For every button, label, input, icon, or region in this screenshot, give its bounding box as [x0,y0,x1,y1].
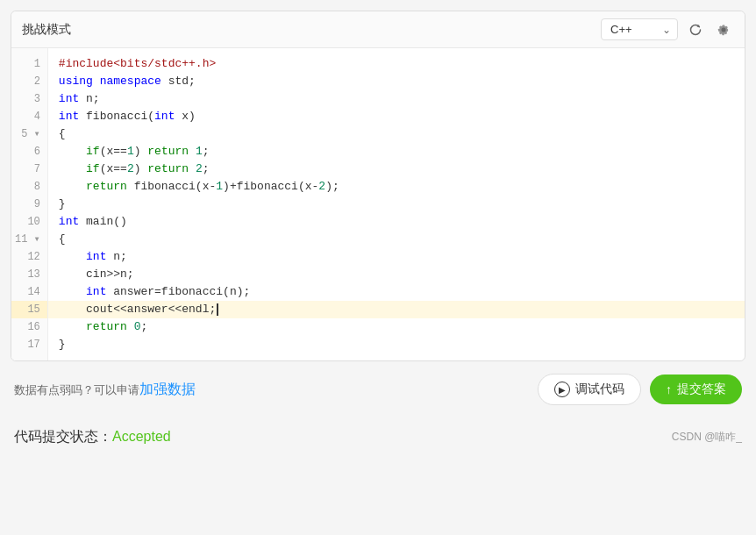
toolbar-title: 挑战模式 [22,22,71,38]
line-num-7: 7 [11,160,47,178]
line-num-10: 10 [11,213,47,231]
submit-button[interactable]: ↑ 提交答案 [650,374,742,404]
code-line-13: cin>>n; [59,266,734,283]
editor-toolbar: 挑战模式 C++ C Java Python Python3 ⌄ [11,11,745,48]
code-line-10: int main() [59,213,734,231]
line-num-4: 4 [11,108,47,125]
gear-icon [717,23,731,37]
code-line-4: int fibonacci(int x) [59,108,734,125]
code-content[interactable]: #include<bits/stdc++.h> using namespace … [48,48,745,360]
code-line-6: if(x==1) return 1; [59,143,734,160]
refresh-icon [688,23,703,37]
submit-label: 提交答案 [677,382,726,397]
code-line-12: int n; [59,248,734,266]
code-line-9: } [59,196,734,213]
line-num-9: 9 [11,196,47,213]
status-bar: 代码提交状态：Accepted CSDN @喵咋_ [11,421,745,453]
language-select[interactable]: C++ C Java Python Python3 [601,18,678,40]
line-num-2: 2 [11,73,47,90]
status-value: Accepted [112,429,171,444]
bottom-bar: 数据有点弱吗？可以申请加强数据 ▶ 调试代码 ↑ 提交答案 [11,368,745,410]
line-numbers: 1 2 3 4 5 ▾ 6 7 8 9 10 11 ▾ 12 13 14 15 … [11,48,48,360]
play-circle-icon: ▶ [554,382,570,397]
weak-data-text: 数据有点弱吗？可以申请 [14,383,139,396]
line-num-17: 17 [11,336,47,353]
line-num-8: 8 [11,178,47,196]
code-line-2: using namespace std; [59,73,734,90]
code-line-15: cout<<answer<<endl; [48,301,745,318]
line-num-1: 1 [11,55,47,73]
language-select-wrapper: C++ C Java Python Python3 ⌄ [601,18,678,40]
code-line-3: int n; [59,90,734,108]
refresh-button[interactable] [685,19,706,40]
weak-data-notice: 数据有点弱吗？可以申请加强数据 [14,381,196,399]
main-container: 挑战模式 C++ C Java Python Python3 ⌄ [0,0,756,535]
code-line-16: return 0; [59,318,734,336]
code-editor: 1 2 3 4 5 ▾ 6 7 8 9 10 11 ▾ 12 13 14 15 … [11,48,745,360]
line-num-16: 16 [11,318,47,336]
code-line-11: { [59,231,734,248]
code-line-1: #include<bits/stdc++.h> [59,55,734,73]
editor-wrapper: 挑战模式 C++ C Java Python Python3 ⌄ [11,11,745,361]
upload-icon: ↑ [666,382,672,396]
csdn-watermark: CSDN @喵咋_ [672,430,742,445]
code-line-5: { [59,125,734,143]
status-section: 代码提交状态：Accepted [14,428,171,446]
action-buttons: ▶ 调试代码 ↑ 提交答案 [538,374,742,405]
line-num-6: 6 [11,143,47,160]
status-label: 代码提交状态： [14,429,112,444]
debug-button[interactable]: ▶ 调试代码 [538,374,641,405]
code-line-14: int answer=fibonacci(n); [59,283,734,301]
line-num-5: 5 ▾ [11,125,47,143]
code-line-7: if(x==2) return 2; [59,160,734,178]
line-num-13: 13 [11,266,47,283]
strengthen-data-link[interactable]: 加强数据 [139,382,196,396]
line-num-11: 11 ▾ [11,231,47,248]
line-num-3: 3 [11,90,47,108]
settings-button[interactable] [713,19,734,40]
toolbar-right: C++ C Java Python Python3 ⌄ [601,18,734,40]
line-num-15: 15 [11,301,47,318]
code-line-8: return fibonacci(x-1)+fibonacci(x-2); [59,178,734,196]
line-num-12: 12 [11,248,47,266]
code-line-17: } [59,336,734,353]
line-num-14: 14 [11,283,47,301]
debug-label: 调试代码 [575,382,624,397]
